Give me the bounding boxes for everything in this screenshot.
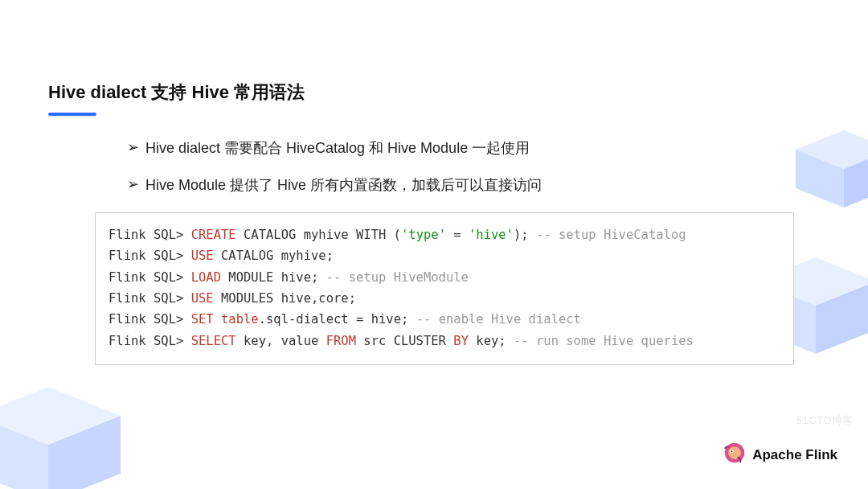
bullet-list: ➢ Hive dialect 需要配合 HiveCatalog 和 Hive M… xyxy=(48,138,820,195)
code-line: Flink SQL> USE MODULES hive,core; xyxy=(108,291,356,306)
bullet-item: ➢ Hive Module 提供了 Hive 所有内置函数，加载后可以直接访问 xyxy=(127,175,820,195)
footer-brand: Apache Flink xyxy=(723,442,837,468)
code-line: Flink SQL> SET table.sql-dialect = hive;… xyxy=(108,312,581,327)
code-line: Flink SQL> CREATE CATALOG myhive WITH ('… xyxy=(108,228,686,242)
footer-brand-text: Apache Flink xyxy=(752,447,837,463)
bullet-marker-icon: ➢ xyxy=(127,138,139,156)
slide-title: Hive dialect 支持 Hive 常用语法 xyxy=(48,80,820,105)
code-line: Flink SQL> SELECT key, value FROM src CL… xyxy=(108,334,694,348)
code-line: Flink SQL> LOAD MODULE hive; -- setup Hi… xyxy=(108,270,469,285)
bullet-item: ➢ Hive dialect 需要配合 HiveCatalog 和 Hive M… xyxy=(127,138,820,158)
bullet-marker-icon: ➢ xyxy=(127,175,139,193)
title-underline xyxy=(48,113,96,116)
svg-point-12 xyxy=(731,450,733,452)
flink-logo-icon xyxy=(723,442,746,468)
bullet-text: Hive dialect 需要配合 HiveCatalog 和 Hive Mod… xyxy=(145,138,530,158)
code-block: Flink SQL> CREATE CATALOG myhive WITH ('… xyxy=(95,212,794,365)
watermark: 51CTO博客 xyxy=(796,413,854,428)
code-line: Flink SQL> USE CATALOG myhive; xyxy=(108,249,334,263)
slide: Hive dialect 支持 Hive 常用语法 ➢ Hive dialect… xyxy=(0,0,868,489)
bullet-text: Hive Module 提供了 Hive 所有内置函数，加载后可以直接访问 xyxy=(145,175,542,195)
